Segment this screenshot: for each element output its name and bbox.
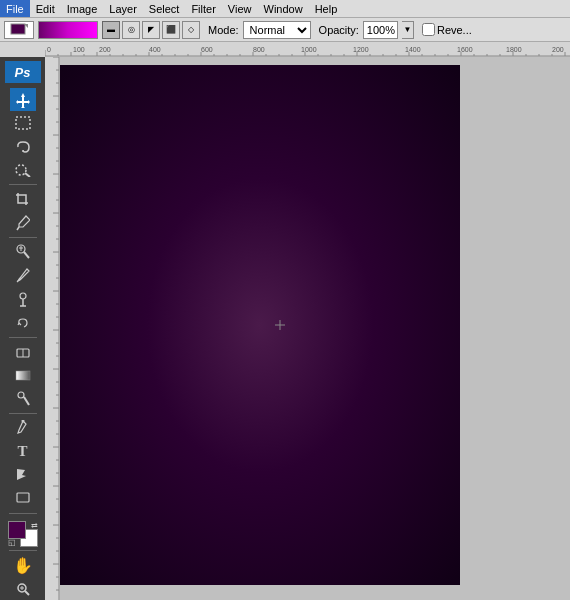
- quick-selection-icon: [15, 163, 31, 177]
- svg-point-114: [18, 392, 24, 398]
- svg-text:200: 200: [99, 46, 111, 53]
- ruler-top-svg: 0 100 200 400 600 800 1000: [45, 42, 570, 57]
- zoom-tool[interactable]: [10, 577, 36, 599]
- clone-stamp-icon: [15, 291, 31, 307]
- diamond-gradient-icon[interactable]: ◇: [182, 21, 200, 39]
- filter-menu[interactable]: Filter: [185, 0, 221, 17]
- zoom-icon: [16, 582, 30, 596]
- pen-icon: [16, 420, 30, 436]
- lasso-icon: [15, 140, 31, 154]
- svg-text:600: 600: [201, 46, 213, 53]
- reverse-label: Reve...: [437, 24, 472, 36]
- linear-gradient-icon[interactable]: ▬: [102, 21, 120, 39]
- menu-bar: File Edit Image Layer Select Filter View…: [0, 0, 570, 18]
- tool-separator-5: [9, 513, 37, 514]
- swap-colors-icon[interactable]: ⇄: [31, 521, 38, 530]
- mode-select[interactable]: Normal Dissolve Multiply Screen: [243, 21, 311, 39]
- gradient-tool-icon: [15, 369, 31, 381]
- file-menu[interactable]: File: [0, 0, 30, 17]
- crop-tool[interactable]: [10, 188, 36, 210]
- tool-preset-icon: [10, 23, 28, 37]
- tool-separator-4: [9, 413, 37, 414]
- tool-separator-6: [9, 550, 37, 551]
- foreground-color-swatch[interactable]: [8, 521, 26, 539]
- ruler-left-svg: [45, 57, 60, 600]
- path-selection-tool[interactable]: [10, 464, 36, 486]
- tool-separator-3: [9, 337, 37, 338]
- clone-stamp-tool[interactable]: [10, 288, 36, 310]
- angle-gradient-icon[interactable]: ◤: [142, 21, 160, 39]
- svg-rect-118: [17, 493, 29, 502]
- svg-line-105: [24, 252, 29, 258]
- reverse-checkbox[interactable]: [422, 23, 435, 36]
- svg-text:0: 0: [47, 46, 51, 53]
- eyedropper-tool[interactable]: [10, 212, 36, 234]
- opacity-label: Opacity:: [319, 24, 359, 36]
- layer-menu[interactable]: Layer: [103, 0, 143, 17]
- ps-logo: Ps: [5, 61, 41, 83]
- cursor-crosshair: [275, 320, 285, 330]
- shape-icon: [16, 492, 30, 506]
- ruler-corner: [0, 42, 45, 57]
- svg-text:1400: 1400: [405, 46, 421, 53]
- svg-text:100: 100: [73, 46, 85, 53]
- svg-line-120: [25, 591, 29, 595]
- brush-tool[interactable]: [10, 265, 36, 287]
- view-menu[interactable]: View: [222, 0, 258, 17]
- reflected-gradient-icon[interactable]: ⬛: [162, 21, 180, 39]
- brush-icon: [15, 268, 31, 284]
- svg-text:1800: 1800: [506, 46, 522, 53]
- shape-tool[interactable]: [10, 487, 36, 509]
- eraser-icon: [15, 345, 31, 359]
- move-tool[interactable]: [10, 88, 36, 110]
- opacity-input[interactable]: [363, 21, 398, 39]
- ruler-left: [45, 57, 60, 600]
- history-brush-icon: [15, 316, 31, 330]
- svg-point-101: [16, 165, 26, 175]
- svg-line-103: [17, 227, 19, 230]
- lasso-tool[interactable]: [10, 135, 36, 157]
- spot-healing-tool[interactable]: [10, 241, 36, 263]
- svg-text:800: 800: [253, 46, 265, 53]
- canvas[interactable]: [60, 65, 460, 585]
- type-tool[interactable]: T: [10, 441, 36, 463]
- color-swatches-container: ⇄ ◱: [8, 521, 38, 547]
- options-bar: ▬ ◎ ◤ ⬛ ◇ Mode: Normal Dissolve Multiply…: [0, 18, 570, 42]
- svg-text:1000: 1000: [301, 46, 317, 53]
- spot-healing-icon: [16, 244, 30, 260]
- window-menu[interactable]: Window: [258, 0, 309, 17]
- svg-text:400: 400: [149, 46, 161, 53]
- right-panel: [465, 57, 570, 600]
- gradient-tool[interactable]: [10, 364, 36, 386]
- history-brush-tool[interactable]: [10, 311, 36, 333]
- rectangular-marquee-tool[interactable]: [10, 112, 36, 134]
- pen-tool[interactable]: [10, 417, 36, 439]
- crop-icon: [15, 192, 31, 206]
- reset-colors-icon[interactable]: ◱: [8, 538, 16, 547]
- eyedropper-icon: [16, 215, 30, 231]
- svg-marker-117: [17, 469, 26, 480]
- select-menu[interactable]: Select: [143, 0, 186, 17]
- hand-tool[interactable]: ✋: [10, 554, 36, 576]
- svg-rect-100: [16, 117, 30, 129]
- radial-gradient-icon[interactable]: ◎: [122, 21, 140, 39]
- image-menu[interactable]: Image: [61, 0, 104, 17]
- opacity-arrow[interactable]: ▼: [402, 21, 414, 39]
- mode-label: Mode:: [208, 24, 239, 36]
- reverse-checkbox-label: Reve...: [422, 23, 472, 36]
- eraser-tool[interactable]: [10, 341, 36, 363]
- canvas-container[interactable]: [60, 57, 465, 600]
- quick-selection-tool[interactable]: [10, 159, 36, 181]
- tool-preset-picker[interactable]: [4, 21, 34, 39]
- tool-separator-2: [9, 237, 37, 238]
- svg-rect-0: [11, 24, 25, 34]
- tool-separator-1: [9, 184, 37, 185]
- rectangular-marquee-icon: [15, 116, 31, 130]
- gradient-preview[interactable]: [38, 21, 98, 39]
- help-menu[interactable]: Help: [309, 0, 344, 17]
- dodge-tool[interactable]: [10, 388, 36, 410]
- gradient-shape-options: ▬ ◎ ◤ ⬛ ◇: [102, 21, 200, 39]
- edit-menu[interactable]: Edit: [30, 0, 61, 17]
- svg-line-115: [24, 397, 29, 405]
- dodge-icon: [16, 391, 30, 407]
